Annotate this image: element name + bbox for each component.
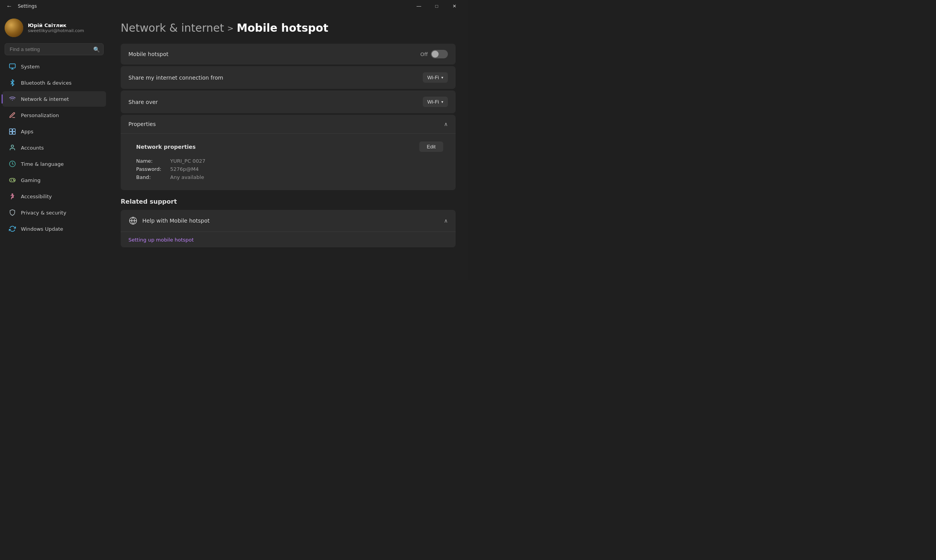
properties-header[interactable]: Properties ∧ (121, 115, 456, 134)
search-input[interactable] (5, 43, 104, 55)
sidebar-item-network-label: Network & internet (21, 96, 69, 102)
toggle-thumb (432, 51, 439, 58)
mobile-hotspot-toggle[interactable] (431, 50, 448, 58)
sidebar-item-update[interactable]: Windows Update (2, 221, 106, 237)
sidebar-item-bluetooth[interactable]: Bluetooth & devices (2, 75, 106, 90)
chevron-down-icon: ▾ (441, 75, 443, 80)
share-from-row: Share my internet connection from Wi-Fi … (121, 66, 456, 89)
window-controls: — □ ✕ (410, 0, 463, 12)
sidebar-item-personalization-label: Personalization (21, 112, 59, 118)
breadcrumb: Network & internet > Mobile hotspot (121, 22, 456, 34)
mobile-hotspot-card: Mobile hotspot Off (121, 44, 456, 65)
share-over-value: Wi-Fi (427, 99, 439, 105)
np-password-field: Password: 5276p@M4 (136, 166, 443, 172)
title-bar: ← Settings — □ ✕ (0, 0, 468, 12)
svg-rect-6 (13, 132, 15, 134)
accessibility-icon (9, 192, 16, 200)
system-icon (9, 63, 16, 70)
share-over-card: Share over Wi-Fi ▾ (121, 90, 456, 113)
personalization-icon (9, 111, 16, 119)
search-box: 🔍 (5, 43, 104, 55)
back-button[interactable]: ← (5, 1, 14, 11)
np-band-value: Any available (170, 174, 204, 180)
setting-up-link[interactable]: Setting up mobile hotspot (128, 237, 194, 243)
svg-rect-4 (13, 129, 15, 131)
properties-label: Properties (128, 121, 156, 127)
sidebar-item-time[interactable]: Time & language (2, 156, 106, 172)
svg-rect-0 (10, 64, 15, 68)
search-icon: 🔍 (93, 46, 100, 53)
help-header-left: Help with Mobile hotspot (128, 216, 210, 225)
main-content: Network & internet > Mobile hotspot Mobi… (108, 12, 468, 280)
maximize-button[interactable]: □ (428, 0, 446, 12)
share-from-label: Share my internet connection from (128, 75, 223, 81)
svg-rect-3 (10, 129, 12, 131)
share-from-card: Share my internet connection from Wi-Fi … (121, 66, 456, 89)
user-email: sweetlikyuri@hotmail.com (28, 28, 84, 33)
user-info: Юрій Світлик sweetlikyuri@hotmail.com (28, 22, 84, 33)
svg-rect-5 (10, 132, 12, 134)
sidebar-item-update-label: Windows Update (21, 226, 63, 232)
share-over-row: Share over Wi-Fi ▾ (121, 90, 456, 113)
help-chevron-up-icon: ∧ (444, 218, 448, 224)
np-name-label: Name: (136, 158, 167, 164)
share-from-dropdown[interactable]: Wi-Fi ▾ (423, 72, 448, 83)
np-password-value: 5276p@M4 (170, 166, 199, 172)
breadcrumb-parent[interactable]: Network & internet (121, 22, 224, 34)
sidebar-item-system[interactable]: System (2, 59, 106, 74)
sidebar-item-accounts[interactable]: Accounts (2, 140, 106, 155)
window-title: Settings (18, 3, 37, 9)
gaming-icon (9, 176, 16, 184)
avatar (5, 19, 23, 37)
np-name-value: YURI_PC 0027 (170, 158, 205, 164)
sidebar-item-system-label: System (21, 64, 39, 70)
close-button[interactable]: ✕ (446, 0, 463, 12)
sidebar-item-network[interactable]: Network & internet (2, 91, 106, 107)
svg-point-7 (11, 145, 14, 147)
sidebar-item-time-label: Time & language (21, 161, 64, 167)
chevron-down-icon-2: ▾ (441, 100, 443, 104)
share-from-value: Wi-Fi (427, 75, 439, 80)
svg-point-12 (14, 180, 15, 181)
np-password-label: Password: (136, 166, 167, 172)
edit-button[interactable]: Edit (419, 141, 443, 152)
sidebar-item-accessibility[interactable]: Accessibility (2, 189, 106, 204)
np-title: Network properties (136, 144, 196, 150)
sidebar-item-apps[interactable]: Apps (2, 124, 106, 139)
update-icon (9, 225, 16, 233)
time-icon (9, 160, 16, 168)
share-over-label: Share over (128, 99, 158, 105)
accounts-icon (9, 144, 16, 151)
bluetooth-icon (9, 79, 16, 87)
sidebar-item-apps-label: Apps (21, 129, 33, 134)
related-support-label: Related support (121, 198, 456, 205)
svg-point-14 (12, 194, 13, 195)
sidebar-item-gaming[interactable]: Gaming (2, 172, 106, 188)
np-title-row: Network properties Edit (136, 141, 443, 152)
apps-icon (9, 128, 16, 135)
minimize-button[interactable]: — (410, 0, 428, 12)
app-body: Юрій Світлик sweetlikyuri@hotmail.com 🔍 … (0, 12, 468, 280)
sidebar-item-accessibility-label: Accessibility (21, 194, 52, 199)
globe-icon (128, 216, 138, 225)
share-over-dropdown[interactable]: Wi-Fi ▾ (423, 97, 448, 107)
help-header[interactable]: Help with Mobile hotspot ∧ (121, 210, 456, 231)
breadcrumb-current: Mobile hotspot (237, 22, 328, 34)
privacy-icon (9, 209, 16, 216)
mobile-hotspot-row: Mobile hotspot Off (121, 44, 456, 65)
sidebar-item-privacy[interactable]: Privacy & security (2, 205, 106, 220)
toggle-status-text: Off (420, 51, 428, 57)
network-properties: Network properties Edit Name: YURI_PC 00… (121, 134, 456, 190)
user-name: Юрій Світлик (28, 22, 84, 28)
sidebar-item-accounts-label: Accounts (21, 145, 44, 151)
user-section: Юрій Світлик sweetlikyuri@hotmail.com (0, 12, 108, 43)
breadcrumb-separator: > (227, 24, 234, 33)
sidebar-item-gaming-label: Gaming (21, 177, 41, 183)
toggle-status-wrap: Off (420, 50, 448, 58)
sidebar-item-personalization[interactable]: Personalization (2, 107, 106, 123)
network-icon (9, 95, 16, 103)
properties-card: Properties ∧ Network properties Edit Nam… (121, 115, 456, 190)
help-card: Help with Mobile hotspot ∧ Setting up mo… (121, 210, 456, 247)
chevron-up-icon: ∧ (444, 121, 448, 127)
sidebar-item-privacy-label: Privacy & security (21, 210, 66, 216)
